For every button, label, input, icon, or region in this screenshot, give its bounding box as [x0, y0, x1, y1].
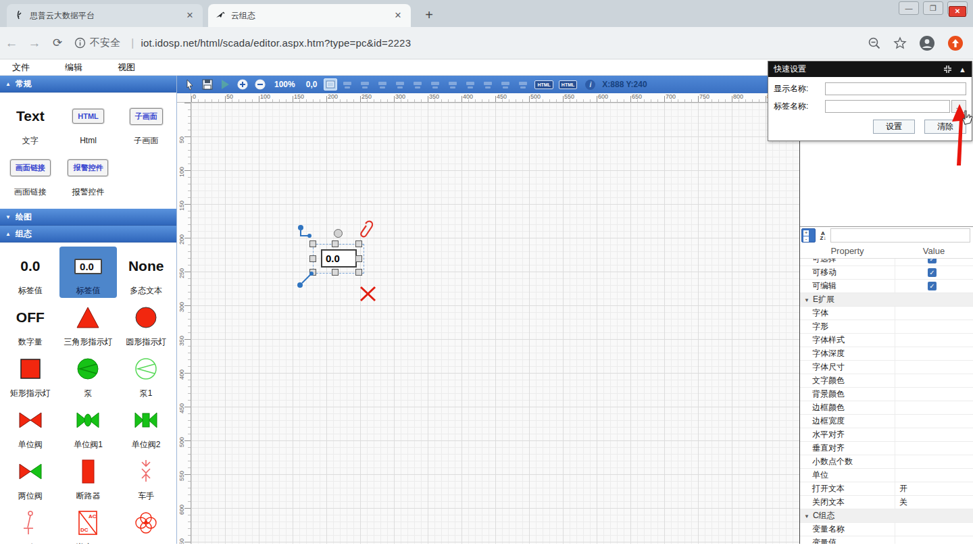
- browser-tab-inactive[interactable]: 思普云大数据平台 ✕: [7, 4, 203, 27]
- dock-icon[interactable]: [943, 65, 952, 74]
- design-canvas[interactable]: 0.0: [191, 103, 799, 544]
- display-name-input[interactable]: [825, 82, 966, 95]
- palette-item-多态文本[interactable]: None多态文本: [117, 247, 175, 298]
- checkbox-checked-icon[interactable]: ✓: [928, 259, 937, 263]
- quick-settings-header[interactable]: 快速设置 ▲: [768, 61, 972, 77]
- property-value[interactable]: [895, 455, 973, 468]
- categorized-view-icon[interactable]: [801, 228, 816, 243]
- property-value[interactable]: ✓: [895, 280, 973, 292]
- property-row-字体深度[interactable]: 字体深度: [800, 347, 973, 361]
- bookmark-star-icon[interactable]: [893, 36, 907, 50]
- tab-close-icon[interactable]: ✕: [184, 9, 196, 22]
- palette-item-泵1[interactable]: 泵1: [117, 349, 175, 401]
- menu-item-视图[interactable]: 视图: [118, 61, 135, 74]
- property-row-可选择[interactable]: 可选择✓: [800, 259, 973, 266]
- property-value[interactable]: 关: [895, 496, 973, 509]
- send-back-icon[interactable]: [357, 78, 372, 91]
- palette-item-文字[interactable]: Text文字: [1, 97, 59, 148]
- property-value[interactable]: [895, 401, 973, 414]
- property-row-单位[interactable]: 单位: [800, 469, 973, 482]
- palette-item-数字量[interactable]: OFF数字量: [1, 298, 59, 349]
- palette-section-scada[interactable]: ▲ 组态: [0, 226, 176, 243]
- property-value[interactable]: [895, 523, 973, 536]
- url-box[interactable]: 不安全 | iot.idosp.net/html/scada/editor.as…: [74, 36, 858, 50]
- property-value[interactable]: [895, 428, 973, 441]
- property-row-可编辑[interactable]: 可编辑✓: [800, 280, 973, 293]
- palette-item-刀闸[interactable]: 刀闸: [1, 503, 59, 544]
- property-row-关闭文本[interactable]: 关闭文本关: [800, 496, 973, 509]
- property-row-文字颜色[interactable]: 文字颜色: [800, 374, 973, 388]
- property-row-可移动[interactable]: 可移动✓: [800, 266, 973, 280]
- palette-item-矩形指示灯[interactable]: 矩形指示灯: [1, 349, 59, 401]
- property-category-E扩展[interactable]: ▼E扩展: [800, 293, 973, 307]
- property-filter-input[interactable]: [830, 228, 970, 243]
- palette-item-逆变器[interactable]: ACDC逆变器: [59, 503, 118, 544]
- property-value[interactable]: [895, 320, 973, 333]
- palette-item-报警控件[interactable]: 报警控件报警控件: [59, 148, 118, 199]
- property-row-变量名称[interactable]: 变量名称: [800, 523, 973, 536]
- minimize-button[interactable]: —: [899, 1, 919, 15]
- property-row-字体[interactable]: 字体: [800, 307, 973, 320]
- property-value[interactable]: [895, 361, 973, 374]
- apply-button[interactable]: 设置: [873, 120, 915, 134]
- property-row-字体样式[interactable]: 字体样式: [800, 334, 973, 347]
- property-value[interactable]: [895, 388, 973, 401]
- align-left-icon[interactable]: [375, 78, 390, 91]
- html-view-icon[interactable]: HTML: [534, 80, 553, 89]
- save-icon[interactable]: [200, 78, 215, 91]
- property-value[interactable]: [895, 307, 973, 320]
- zoom-out-icon[interactable]: [868, 36, 881, 50]
- palette-item-画面链接[interactable]: 画面链接画面链接: [1, 148, 59, 199]
- palette-section-general[interactable]: ▲ 常规: [0, 76, 176, 93]
- menu-item-文件[interactable]: 文件: [12, 61, 30, 74]
- property-row-打开文本[interactable]: 打开文本开: [800, 482, 973, 496]
- collapse-icon[interactable]: ▲: [959, 66, 966, 74]
- property-value[interactable]: [895, 536, 973, 544]
- property-row-背景颜色[interactable]: 背景颜色: [800, 388, 973, 401]
- property-value[interactable]: [895, 415, 973, 428]
- menu-item-编辑[interactable]: 编辑: [65, 61, 82, 74]
- tab-close-icon[interactable]: ✕: [392, 9, 404, 22]
- property-value[interactable]: [895, 469, 973, 482]
- property-value[interactable]: ✓: [895, 259, 973, 265]
- align-bottom-icon[interactable]: [463, 78, 478, 91]
- palette-item-单位阀2[interactable]: 单位阀2: [117, 401, 175, 452]
- palette-item-泵[interactable]: 泵: [59, 349, 118, 401]
- browser-tab-active[interactable]: 云组态 ✕: [208, 4, 411, 27]
- property-row-边框颜色[interactable]: 边框颜色: [800, 401, 973, 415]
- tag-name-input[interactable]: [825, 100, 950, 113]
- sort-az-icon[interactable]: AZ↓: [818, 231, 828, 240]
- zoom-out-icon[interactable]: [253, 78, 268, 91]
- property-value[interactable]: ✓: [895, 266, 973, 279]
- forward-icon[interactable]: →: [23, 36, 46, 51]
- checkbox-checked-icon[interactable]: ✓: [928, 282, 937, 290]
- property-row-小数点个数[interactable]: 小数点个数: [800, 455, 973, 469]
- palette-item-两位阀[interactable]: 两位阀: [1, 452, 59, 503]
- align-right-icon[interactable]: [410, 78, 425, 91]
- align-middle-icon[interactable]: [445, 78, 460, 91]
- property-value[interactable]: [895, 334, 973, 347]
- bring-front-icon[interactable]: [340, 78, 355, 91]
- new-tab-button[interactable]: +: [420, 7, 438, 24]
- canvas-settings-icon[interactable]: [324, 78, 337, 91]
- property-row-字形[interactable]: 字形: [800, 320, 973, 334]
- checkbox-checked-icon[interactable]: ✓: [928, 268, 937, 277]
- reload-icon[interactable]: ⟳: [46, 36, 69, 50]
- extension-up-icon[interactable]: [947, 35, 964, 51]
- palette-item-标签值[interactable]: 0.0标签值: [1, 247, 59, 298]
- property-value[interactable]: [895, 347, 973, 360]
- palette-item-PT[interactable]: PT: [117, 503, 175, 544]
- palette-item-单位阀[interactable]: 单位阀: [1, 401, 59, 452]
- cursor-icon[interactable]: [182, 78, 197, 91]
- selected-widget-group[interactable]: 0.0: [299, 228, 380, 288]
- distribute-icon[interactable]: [516, 78, 530, 91]
- restore-button[interactable]: ❐: [923, 1, 943, 15]
- property-row-字体尺寸[interactable]: 字体尺寸: [800, 361, 973, 374]
- palette-item-三角形指示灯[interactable]: 三角形指示灯: [59, 298, 118, 349]
- same-width-icon[interactable]: [480, 78, 495, 91]
- palette-item-车手[interactable]: 车手: [117, 452, 175, 503]
- palette-item-Html[interactable]: HTMLHtml: [59, 97, 118, 148]
- property-value[interactable]: 开: [895, 482, 973, 495]
- property-row-边框宽度[interactable]: 边框宽度: [800, 415, 973, 428]
- property-row-水平对齐[interactable]: 水平对齐: [800, 428, 973, 442]
